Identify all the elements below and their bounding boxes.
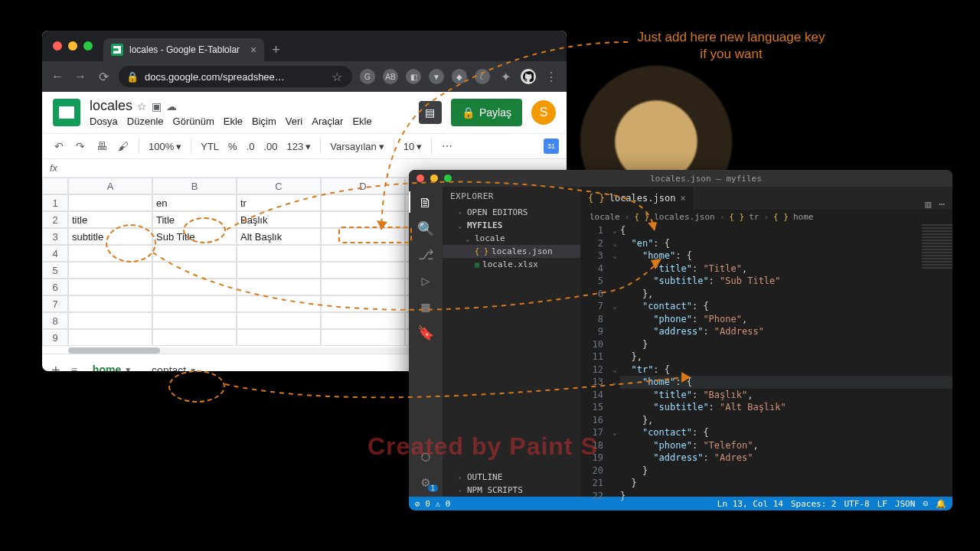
currency-button[interactable]: YTL xyxy=(198,141,222,152)
menu-view[interactable]: Görünüm xyxy=(173,116,214,127)
search-icon[interactable]: 🔍 xyxy=(416,219,435,237)
address-bar[interactable]: 🔒 docs.google.com/spreadshee… ☆ xyxy=(119,66,352,87)
maximize-icon[interactable] xyxy=(83,41,93,51)
cell-D1[interactable] xyxy=(321,194,405,211)
explorer-file-locales-json[interactable]: { }locales.json xyxy=(443,245,580,258)
comment-history-icon[interactable]: ▤ xyxy=(419,101,442,124)
paint-format-icon[interactable]: 🖌 xyxy=(114,137,132,155)
close-icon[interactable] xyxy=(416,174,424,182)
chrome-menu-icon[interactable]: ⋮ xyxy=(544,70,559,84)
explorer-folder-locale[interactable]: ⌄locale xyxy=(443,232,580,245)
redo-icon[interactable]: ↷ xyxy=(71,137,90,155)
menu-data[interactable]: Veri xyxy=(286,116,302,127)
ext-arrow-icon[interactable]: ▼ xyxy=(429,69,444,84)
number-format-dropdown[interactable]: 123▾ xyxy=(284,141,315,152)
move-doc-icon[interactable]: ▣ xyxy=(152,100,162,112)
share-button[interactable]: 🔒 Paylaş xyxy=(451,99,522,126)
ext-translate-icon[interactable]: G xyxy=(360,69,375,84)
row-2-header[interactable]: 2 xyxy=(42,211,68,228)
bookmark-icon[interactable]: 🔖 xyxy=(416,323,435,341)
zoom-dropdown[interactable]: 100%▾ xyxy=(145,141,185,152)
code-editor[interactable]: 12345678910111213141516171819202122 ⌄⌄⌄⌄… xyxy=(580,224,952,502)
vscode-window-controls[interactable] xyxy=(409,174,459,182)
breadcrumbs[interactable]: locale› { }locales.json› { }tr› { }home xyxy=(580,210,952,224)
maximize-icon[interactable] xyxy=(444,174,452,182)
row-3-header[interactable]: 3 xyxy=(42,228,68,245)
forward-icon[interactable]: → xyxy=(73,70,88,83)
settings-icon[interactable]: ⚙ xyxy=(416,472,435,491)
window-controls[interactable] xyxy=(42,41,103,51)
row-9-header[interactable]: 9 xyxy=(42,329,68,346)
extensions-icon[interactable]: ✦ xyxy=(498,70,513,84)
menu-addons[interactable]: Ekle xyxy=(352,116,371,127)
row-1-header[interactable]: 1 xyxy=(42,194,68,211)
print-icon[interactable]: 🖶 xyxy=(93,137,111,155)
col-D-header[interactable]: D xyxy=(321,178,405,194)
status-problems[interactable]: ⊘ 0 ⚠ 0 xyxy=(415,499,450,509)
fold-gutter[interactable]: ⌄⌄⌄⌄⌄⌄⌄ xyxy=(609,224,620,502)
star-icon[interactable]: ☆ xyxy=(329,70,345,84)
run-debug-icon[interactable]: ▷ xyxy=(416,271,435,289)
minimize-icon[interactable] xyxy=(68,41,77,51)
more-tools-icon[interactable]: ⋯ xyxy=(438,137,456,155)
font-size-dropdown[interactable]: 10 ▾ xyxy=(400,141,425,152)
split-editor-icon[interactable]: ▥ xyxy=(925,198,931,210)
percent-button[interactable]: % xyxy=(225,141,240,152)
ext-abp-icon[interactable]: AB xyxy=(383,69,398,84)
sheet-tab-home-menu-icon[interactable]: ▼ xyxy=(124,366,132,372)
doc-title[interactable]: locales xyxy=(90,98,132,114)
ext-github-icon[interactable] xyxy=(521,69,536,84)
sheet-tab-home[interactable]: home ▼ xyxy=(88,360,136,371)
dec-increase-button[interactable]: .00 xyxy=(261,141,281,152)
close-icon[interactable] xyxy=(53,41,62,51)
row-6-header[interactable]: 6 xyxy=(42,279,68,295)
ext-generic-icon[interactable]: ◧ xyxy=(406,69,421,84)
menu-format[interactable]: Biçim xyxy=(252,116,276,127)
browser-tab[interactable]: locales - Google E-Tablolar × xyxy=(103,38,264,61)
row-5-header[interactable]: 5 xyxy=(42,262,68,279)
source-control-icon[interactable]: ⎇ xyxy=(416,245,435,263)
minimize-icon[interactable] xyxy=(430,174,438,182)
editor-more-icon[interactable]: ⋯ xyxy=(939,198,945,210)
tab-close-icon[interactable]: × xyxy=(250,44,256,56)
sheet-tab-contact[interactable]: contact ▼ xyxy=(147,361,201,371)
select-all-corner[interactable] xyxy=(42,178,68,194)
ext-moon-icon[interactable]: ☾ xyxy=(475,69,490,84)
explorer-workspace[interactable]: ⌄MYFILES xyxy=(443,219,580,232)
add-sheet-button[interactable]: + xyxy=(51,362,60,372)
back-icon[interactable]: ← xyxy=(50,70,65,83)
editor-tab-close-icon[interactable]: × xyxy=(680,193,685,204)
col-B-header[interactable]: B xyxy=(152,178,237,194)
star-doc-icon[interactable]: ☆ xyxy=(137,100,147,112)
row-7-header[interactable]: 7 xyxy=(42,295,68,312)
col-A-header[interactable]: A xyxy=(68,178,152,194)
menu-file[interactable]: Dosya xyxy=(90,116,118,127)
minimap[interactable] xyxy=(922,224,952,270)
explorer-npm-scripts[interactable]: ›NPM SCRIPTS xyxy=(443,484,580,497)
cell-C2[interactable]: Başlık xyxy=(237,211,321,228)
ext-shape-icon[interactable]: ◆ xyxy=(452,69,467,84)
code-content[interactable]: { "en": { "home": { "title": "Title", "s… xyxy=(620,224,952,502)
editor-tab-locales-json[interactable]: { } locales.json × xyxy=(580,187,694,210)
account-avatar[interactable]: S xyxy=(531,100,556,125)
cell-D2[interactable] xyxy=(321,211,405,228)
menu-tools[interactable]: Araçlar xyxy=(312,116,343,127)
cell-A1[interactable] xyxy=(68,194,152,211)
calendar-sidebar-icon[interactable]: 31 xyxy=(544,139,559,154)
cloud-status-icon[interactable]: ☁ xyxy=(166,100,177,112)
row-8-header[interactable]: 8 xyxy=(42,312,68,329)
cell-B1[interactable]: en xyxy=(152,194,237,211)
font-dropdown[interactable]: Varsayılan▾ xyxy=(327,141,387,152)
col-C-header[interactable]: C xyxy=(237,178,321,194)
row-4-header[interactable]: 4 xyxy=(42,245,68,262)
dec-decrease-button[interactable]: .0 xyxy=(243,141,258,152)
new-tab-button[interactable]: + xyxy=(264,42,288,58)
reload-icon[interactable]: ⟳ xyxy=(96,70,111,84)
explorer-outline[interactable]: ›OUTLINE xyxy=(443,471,580,484)
menu-insert[interactable]: Ekle xyxy=(224,116,243,127)
sheets-logo-icon[interactable] xyxy=(53,99,80,126)
cell-C1[interactable]: tr xyxy=(237,194,321,211)
explorer-file-locale-xlsx[interactable]: ▦locale.xlsx xyxy=(443,258,580,271)
explorer-open-editors[interactable]: ›OPEN EDITORS xyxy=(443,206,580,219)
extensions-icon[interactable]: ▦ xyxy=(416,297,435,315)
